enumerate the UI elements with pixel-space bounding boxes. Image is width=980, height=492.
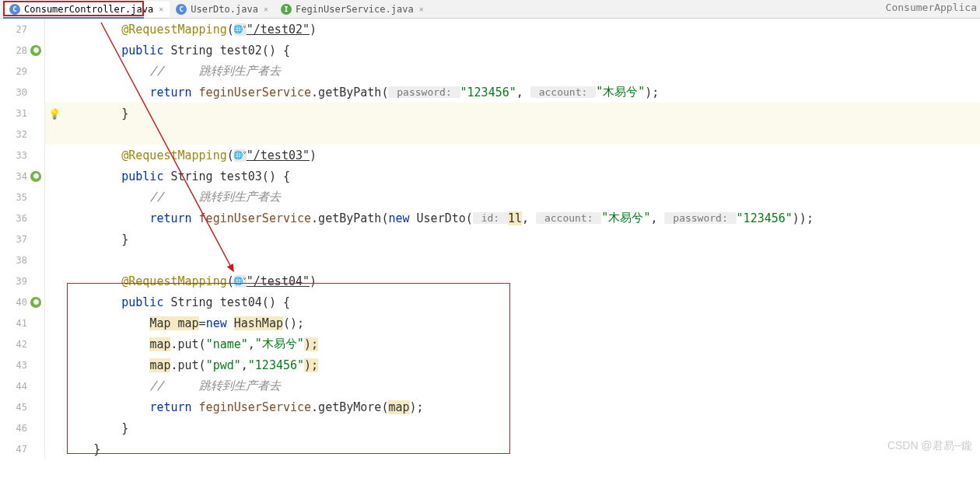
code-line[interactable]: public String test02() { [45, 40, 980, 61]
close-icon[interactable]: ✕ [159, 5, 163, 13]
line-number: 47 [16, 444, 27, 455]
code-token: @RequestMapping [121, 148, 226, 162]
spring-icon[interactable] [30, 45, 41, 56]
code-line[interactable]: return feginUserService.getByPath(new Us… [45, 208, 980, 229]
code-token: UserDto( [417, 211, 473, 225]
code-token: // 跳转到生产者去 [149, 190, 280, 204]
code-line[interactable]: return feginUserService.getByPath( passw… [45, 82, 980, 103]
code-token: feginUserService [199, 400, 312, 414]
code-line[interactable]: map.put("name","木易兮"); [45, 333, 980, 354]
code-token: } [121, 232, 128, 246]
code-token: , [248, 337, 255, 351]
code-token: ) [310, 23, 317, 37]
gutter-line: 27 [0, 19, 44, 40]
code-line[interactable]: @RequestMapping(🌐˅"/test03") [45, 145, 980, 166]
code-token: "pwd" [206, 358, 241, 372]
code-line[interactable]: @RequestMapping(🌐˅"/test04") [45, 270, 980, 291]
inlay-hint: password: [388, 86, 460, 98]
inlay-hint: password: [664, 212, 736, 224]
code-token: "/test02" [247, 23, 310, 37]
class-icon: C [9, 4, 20, 15]
code-content[interactable]: @RequestMapping(🌐˅"/test02") public Stri… [45, 19, 980, 459]
code-token: public [121, 295, 170, 309]
code-line[interactable]: public String test04() { [45, 291, 980, 312]
editor-tab-bar: C ConsumerController.java ✕ C UserDto.ja… [0, 0, 980, 19]
code-line[interactable]: 💡 } [45, 103, 980, 124]
code-line[interactable]: map.put("pwd","123456"); [45, 354, 980, 375]
gutter-line: 44 [0, 375, 44, 396]
code-line[interactable]: // 跳转到生产者去 [45, 375, 980, 396]
code-token: .put( [170, 337, 205, 351]
code-token: public [121, 169, 170, 183]
bulb-icon[interactable]: 💡 [48, 108, 59, 119]
gutter-line: 28 [0, 40, 44, 61]
tab-consumer-controller[interactable]: C ConsumerController.java ✕ [3, 2, 170, 17]
code-line[interactable]: Map map=new HashMap(); [45, 312, 980, 333]
code-token: "name" [206, 337, 248, 351]
line-number: 42 [16, 339, 27, 350]
gutter-line: 43 [0, 354, 44, 375]
close-icon[interactable]: ✕ [419, 5, 424, 13]
gutter-line: 47 [0, 438, 44, 459]
inlay-hint: id: [473, 212, 508, 224]
code-line[interactable]: } [45, 417, 980, 438]
line-number: 46 [16, 423, 27, 434]
code-line[interactable]: @RequestMapping(🌐˅"/test02") [45, 19, 980, 40]
code-line[interactable]: return feginUserService.getByMore(map); [45, 396, 980, 417]
code-token: = [199, 316, 206, 330]
globe-icon[interactable]: 🌐˅ [234, 275, 247, 288]
code-line[interactable]: public String test03() { [45, 166, 980, 187]
spring-icon[interactable] [30, 297, 41, 308]
code-token: return [149, 211, 198, 225]
line-number: 30 [16, 87, 27, 98]
code-token: "木易兮" [255, 337, 304, 351]
tab-label: FeginUserService.java [296, 4, 414, 15]
code-token: "/test03" [247, 148, 310, 162]
line-number: 31 [16, 108, 27, 119]
tab-user-dto[interactable]: C UserDto.java ✕ [170, 2, 275, 17]
tab-fegin-user-service[interactable]: I FeginUserService.java ✕ [275, 2, 430, 17]
line-number: 29 [16, 66, 27, 77]
code-line[interactable]: // 跳转到生产者去 [45, 61, 980, 82]
code-token: ) [310, 274, 317, 288]
csdn-watermark: CSDN @君易--鑨 [887, 439, 972, 453]
gutter-line: 36 [0, 208, 44, 229]
code-token: return [149, 85, 198, 99]
gutter-line: 39 [0, 270, 44, 291]
line-number: 39 [16, 276, 27, 287]
gutter-line: 41 [0, 312, 44, 333]
gutter-line: 35 [0, 187, 44, 208]
class-icon: C [176, 4, 187, 15]
code-line[interactable]: } [45, 438, 980, 459]
code-token: ); [645, 85, 659, 99]
code-token: @RequestMapping [121, 23, 226, 37]
code-token: String test03() { [170, 169, 290, 183]
globe-icon[interactable]: 🌐˅ [234, 23, 247, 36]
gutter-line: 33 [0, 145, 44, 166]
gutter-line: 37 [0, 229, 44, 249]
gutter-line: 38 [0, 249, 44, 270]
code-token: map [178, 316, 199, 330]
code-line[interactable] [45, 249, 980, 270]
code-token: ); [304, 337, 318, 351]
gutter-line: 40 [0, 291, 44, 312]
code-line[interactable]: // 跳转到生产者去 [45, 187, 980, 208]
code-token: String test04() { [170, 295, 290, 309]
close-icon[interactable]: ✕ [264, 5, 268, 13]
globe-icon[interactable]: 🌐˅ [234, 149, 247, 162]
code-token: , [522, 211, 536, 225]
spring-icon[interactable] [30, 171, 41, 182]
line-number: 32 [16, 129, 27, 140]
code-token: map [149, 358, 170, 372]
interface-icon: I [281, 4, 292, 15]
code-token: )); [793, 211, 814, 225]
line-number: 27 [16, 24, 27, 35]
gutter-line: 32 [0, 124, 44, 145]
line-number: 38 [16, 255, 27, 266]
code-editor[interactable]: 2728293031323334353637383940414243444546… [0, 19, 980, 459]
code-line[interactable] [45, 124, 980, 145]
code-token: "木易兮" [596, 85, 645, 99]
code-token: feginUserService [199, 85, 312, 99]
code-line[interactable]: } [45, 229, 980, 249]
line-number: 28 [16, 45, 27, 56]
